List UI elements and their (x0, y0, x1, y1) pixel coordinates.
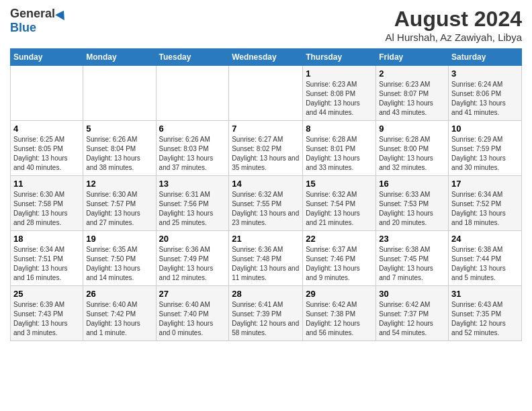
calendar-subtitle: Al Hurshah, Az Zawiyah, Libya (386, 32, 522, 43)
day-number: 16 (379, 179, 445, 189)
day-info: Sunrise: 6:36 AM Sunset: 7:48 PM Dayligh… (232, 245, 300, 283)
calendar-cell: 6Sunrise: 6:26 AM Sunset: 8:03 PM Daylig… (156, 121, 229, 176)
day-info: Sunrise: 6:30 AM Sunset: 7:58 PM Dayligh… (13, 190, 80, 228)
day-info: Sunrise: 6:35 AM Sunset: 7:50 PM Dayligh… (86, 245, 152, 283)
day-number: 7 (232, 124, 300, 134)
calendar-cell: 7Sunrise: 6:27 AM Sunset: 8:02 PM Daylig… (229, 121, 303, 176)
weekday-header-tuesday: Tuesday (156, 49, 229, 66)
day-number: 12 (86, 179, 152, 189)
weekday-header-saturday: Saturday (449, 49, 522, 66)
calendar-cell: 22Sunrise: 6:37 AM Sunset: 7:46 PM Dayli… (303, 231, 376, 286)
calendar-cell: 3Sunrise: 6:24 AM Sunset: 8:06 PM Daylig… (449, 66, 522, 121)
day-info: Sunrise: 6:26 AM Sunset: 8:04 PM Dayligh… (86, 135, 152, 173)
day-info: Sunrise: 6:40 AM Sunset: 7:42 PM Dayligh… (86, 300, 152, 338)
day-number: 20 (159, 234, 226, 244)
day-number: 28 (232, 289, 300, 299)
day-info: Sunrise: 6:23 AM Sunset: 8:07 PM Dayligh… (379, 80, 445, 118)
day-info: Sunrise: 6:27 AM Sunset: 8:02 PM Dayligh… (232, 135, 300, 173)
calendar-title: August 2024 (386, 7, 522, 32)
calendar-cell (11, 66, 83, 121)
calendar-cell (229, 66, 303, 121)
day-number: 26 (86, 289, 152, 299)
day-number: 22 (306, 234, 373, 244)
calendar-cell: 1Sunrise: 6:23 AM Sunset: 8:08 PM Daylig… (303, 66, 376, 121)
calendar-cell: 9Sunrise: 6:28 AM Sunset: 8:00 PM Daylig… (376, 121, 449, 176)
calendar-cell: 31Sunrise: 6:43 AM Sunset: 7:35 PM Dayli… (449, 286, 522, 341)
day-info: Sunrise: 6:37 AM Sunset: 7:46 PM Dayligh… (306, 245, 373, 283)
day-number: 13 (159, 179, 226, 189)
calendar-cell: 16Sunrise: 6:33 AM Sunset: 7:53 PM Dayli… (376, 176, 449, 231)
calendar-cell: 13Sunrise: 6:31 AM Sunset: 7:56 PM Dayli… (156, 176, 229, 231)
calendar-cell (83, 66, 156, 121)
day-info: Sunrise: 6:42 AM Sunset: 7:38 PM Dayligh… (306, 300, 373, 338)
day-info: Sunrise: 6:34 AM Sunset: 7:51 PM Dayligh… (13, 245, 80, 283)
weekday-header-thursday: Thursday (303, 49, 376, 66)
day-info: Sunrise: 6:36 AM Sunset: 7:49 PM Dayligh… (159, 245, 226, 283)
day-number: 18 (13, 234, 80, 244)
calendar-cell: 20Sunrise: 6:36 AM Sunset: 7:49 PM Dayli… (156, 231, 229, 286)
day-info: Sunrise: 6:30 AM Sunset: 7:57 PM Dayligh… (86, 190, 152, 228)
day-number: 17 (451, 179, 519, 189)
day-number: 27 (159, 289, 226, 299)
day-info: Sunrise: 6:26 AM Sunset: 8:03 PM Dayligh… (159, 135, 226, 173)
calendar-cell: 2Sunrise: 6:23 AM Sunset: 8:07 PM Daylig… (376, 66, 449, 121)
calendar-cell: 15Sunrise: 6:32 AM Sunset: 7:54 PM Dayli… (303, 176, 376, 231)
calendar-cell: 18Sunrise: 6:34 AM Sunset: 7:51 PM Dayli… (11, 231, 83, 286)
day-number: 15 (306, 179, 373, 189)
day-number: 1 (306, 68, 373, 79)
calendar-cell (156, 66, 229, 121)
calendar-cell: 28Sunrise: 6:41 AM Sunset: 7:39 PM Dayli… (229, 286, 303, 341)
calendar-cell: 11Sunrise: 6:30 AM Sunset: 7:58 PM Dayli… (11, 176, 83, 231)
calendar-cell: 5Sunrise: 6:26 AM Sunset: 8:04 PM Daylig… (83, 121, 156, 176)
weekday-header-monday: Monday (83, 49, 156, 66)
day-info: Sunrise: 6:25 AM Sunset: 8:05 PM Dayligh… (13, 135, 80, 173)
calendar-cell: 26Sunrise: 6:40 AM Sunset: 7:42 PM Dayli… (83, 286, 156, 341)
day-info: Sunrise: 6:31 AM Sunset: 7:56 PM Dayligh… (159, 190, 226, 228)
day-info: Sunrise: 6:38 AM Sunset: 7:45 PM Dayligh… (379, 245, 445, 283)
day-number: 14 (232, 179, 300, 189)
page-header: General Blue August 2024 Al Hurshah, Az … (10, 7, 522, 43)
calendar-cell: 23Sunrise: 6:38 AM Sunset: 7:45 PM Dayli… (376, 231, 449, 286)
weekday-header-wednesday: Wednesday (229, 49, 303, 66)
day-number: 23 (379, 234, 445, 244)
day-number: 9 (379, 124, 445, 134)
day-number: 4 (13, 124, 80, 134)
day-info: Sunrise: 6:23 AM Sunset: 8:08 PM Dayligh… (306, 80, 373, 118)
day-number: 19 (86, 234, 152, 244)
day-number: 8 (306, 124, 373, 134)
week-row-2: 4Sunrise: 6:25 AM Sunset: 8:05 PM Daylig… (11, 121, 522, 176)
logo-blue-text: Blue (10, 21, 36, 35)
logo: General Blue (10, 7, 67, 35)
calendar-cell: 17Sunrise: 6:34 AM Sunset: 7:52 PM Dayli… (449, 176, 522, 231)
day-info: Sunrise: 6:32 AM Sunset: 7:54 PM Dayligh… (306, 190, 373, 228)
weekday-header-row: SundayMondayTuesdayWednesdayThursdayFrid… (11, 49, 522, 66)
week-row-1: 1Sunrise: 6:23 AM Sunset: 8:08 PM Daylig… (11, 66, 522, 121)
logo-icon (55, 7, 69, 19)
day-number: 31 (451, 289, 519, 299)
calendar-cell: 12Sunrise: 6:30 AM Sunset: 7:57 PM Dayli… (83, 176, 156, 231)
day-number: 25 (13, 289, 80, 299)
calendar-table: SundayMondayTuesdayWednesdayThursdayFrid… (10, 48, 522, 341)
day-number: 24 (451, 234, 519, 244)
day-number: 30 (379, 289, 445, 299)
day-info: Sunrise: 6:34 AM Sunset: 7:52 PM Dayligh… (451, 190, 519, 228)
calendar-cell: 25Sunrise: 6:39 AM Sunset: 7:43 PM Dayli… (11, 286, 83, 341)
day-info: Sunrise: 6:40 AM Sunset: 7:40 PM Dayligh… (159, 300, 226, 338)
calendar-cell: 21Sunrise: 6:36 AM Sunset: 7:48 PM Dayli… (229, 231, 303, 286)
day-info: Sunrise: 6:32 AM Sunset: 7:55 PM Dayligh… (232, 190, 300, 228)
day-info: Sunrise: 6:38 AM Sunset: 7:44 PM Dayligh… (451, 245, 519, 283)
calendar-cell: 14Sunrise: 6:32 AM Sunset: 7:55 PM Dayli… (229, 176, 303, 231)
day-info: Sunrise: 6:43 AM Sunset: 7:35 PM Dayligh… (451, 300, 519, 338)
day-info: Sunrise: 6:41 AM Sunset: 7:39 PM Dayligh… (232, 300, 300, 338)
day-number: 3 (451, 68, 519, 79)
title-block: August 2024 Al Hurshah, Az Zawiyah, Liby… (386, 7, 522, 43)
day-info: Sunrise: 6:33 AM Sunset: 7:53 PM Dayligh… (379, 190, 445, 228)
weekday-header-sunday: Sunday (11, 49, 83, 66)
day-info: Sunrise: 6:24 AM Sunset: 8:06 PM Dayligh… (451, 80, 519, 118)
day-info: Sunrise: 6:29 AM Sunset: 7:59 PM Dayligh… (451, 135, 519, 173)
day-info: Sunrise: 6:39 AM Sunset: 7:43 PM Dayligh… (13, 300, 80, 338)
day-number: 6 (159, 124, 226, 134)
calendar-cell: 4Sunrise: 6:25 AM Sunset: 8:05 PM Daylig… (11, 121, 83, 176)
day-info: Sunrise: 6:28 AM Sunset: 8:01 PM Dayligh… (306, 135, 373, 173)
week-row-5: 25Sunrise: 6:39 AM Sunset: 7:43 PM Dayli… (11, 286, 522, 341)
